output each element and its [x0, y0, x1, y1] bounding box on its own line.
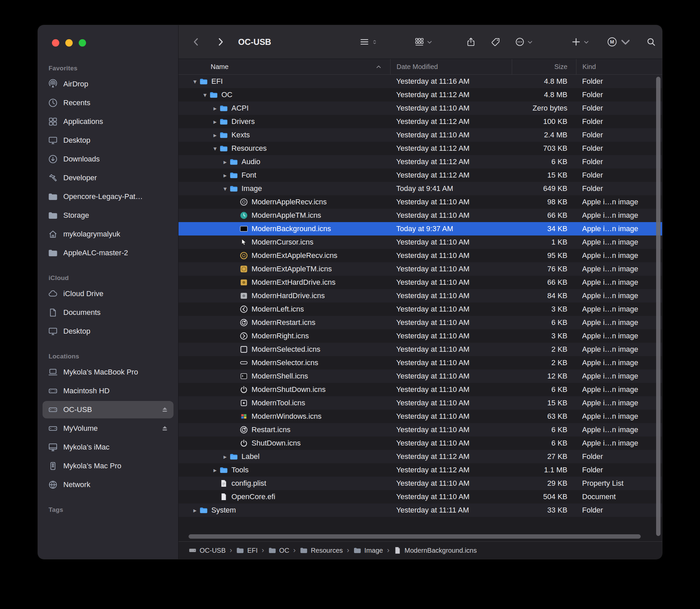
column-header-kind[interactable]: Kind [576, 59, 662, 74]
file-row-oc[interactable]: ▾OCYesterday at 11:12 AM4.8 MBFolder [178, 88, 662, 102]
file-row-opencore-efi[interactable]: OpenCore.efiYesterday at 11:10 AM504 KBD… [178, 490, 662, 504]
vertical-scrollbar[interactable] [656, 77, 661, 536]
file-row-modernbackground-icns[interactable]: ModernBackground.icnsToday at 9:37 AM34 … [178, 222, 662, 236]
search-icon [646, 37, 656, 47]
disclosure-triangle[interactable]: ▸ [191, 507, 199, 514]
file-row-restart-icns[interactable]: Restart.icnsYesterday at 11:10 AM6 KBApp… [178, 423, 662, 436]
eject-button[interactable] [161, 406, 169, 414]
sidebar-item-oc-usb[interactable]: OC-USB [42, 401, 174, 418]
file-row-resources[interactable]: ▾ResourcesYesterday at 11:12 AM703 KBFol… [178, 142, 662, 155]
file-row-modernselected-icns[interactable]: ModernSelected.icnsYesterday at 11:10 AM… [178, 343, 662, 356]
file-row-moderncursor-icns[interactable]: ModernCursor.icnsYesterday at 11:10 AM1 … [178, 236, 662, 249]
file-row-system[interactable]: ▸SystemYesterday at 11:11 AM33 KBFolder [178, 504, 662, 517]
horizontal-scrollbar[interactable] [189, 534, 641, 539]
eject-button[interactable] [161, 424, 169, 433]
kind-cell: Apple i…n image [576, 316, 662, 329]
pathbar-item-efi[interactable]: EFI [236, 546, 258, 554]
sidebar-item-recents[interactable]: Recents [42, 94, 174, 111]
file-row-modernshutdown-icns[interactable]: ModernShutDown.icnsYesterday at 11:10 AM… [178, 383, 662, 396]
file-row-drivers[interactable]: ▸DriversYesterday at 11:12 AM100 KBFolde… [178, 115, 662, 128]
name-cell: ▾EFI [178, 75, 390, 88]
disclosure-triangle[interactable]: ▾ [200, 92, 209, 98]
sidebar-item-developer[interactable]: Developer [42, 169, 174, 187]
sidebar-item-myvolume[interactable]: MyVolume [42, 420, 174, 437]
view-options-button[interactable] [360, 37, 378, 47]
pathbar-item-oc-usb[interactable]: OC-USB [189, 546, 226, 554]
sidebar-item-documents[interactable]: Documents [42, 304, 174, 321]
display-icon [48, 442, 58, 452]
file-name: Kexts [231, 130, 250, 139]
disclosure-triangle[interactable]: ▸ [221, 159, 229, 165]
sidebar-item-icloud-drive[interactable]: iCloud Drive [42, 285, 174, 302]
pathbar-item-resources[interactable]: Resources [300, 546, 343, 554]
file-row-acpi[interactable]: ▸ACPIYesterday at 11:10 AMZero bytesFold… [178, 102, 662, 115]
sidebar-item-airdrop[interactable]: AirDrop [42, 75, 174, 93]
column-header-name[interactable]: Name [178, 59, 390, 74]
sidebar-item-downloads[interactable]: Downloads [42, 151, 174, 168]
sidebar-item-mykolagrymalyuk[interactable]: mykolagrymalyuk [42, 225, 174, 243]
sidebar-item-desktop[interactable]: Desktop [42, 132, 174, 149]
file-row-modernharddrive-icns[interactable]: ModernHardDrive.icnsYesterday at 11:10 A… [178, 289, 662, 302]
file-row-modernextappletm-icns[interactable]: ModernExtAppleTM.icnsYesterday at 11:10 … [178, 262, 662, 276]
column-header-date-modified[interactable]: Date Modified [390, 59, 512, 74]
file-row-modernselector-icns[interactable]: ModernSelector.icnsYesterday at 11:10 AM… [178, 356, 662, 369]
file-row-shutdown-icns[interactable]: ShutDown.icnsYesterday at 11:10 AM6 KBAp… [178, 436, 662, 450]
search-button[interactable] [646, 37, 656, 47]
more-actions-button[interactable] [515, 37, 533, 47]
file-row-modernleft-icns[interactable]: ModernLeft.icnsYesterday at 11:10 AM3 KB… [178, 302, 662, 316]
tag-button[interactable] [491, 37, 501, 47]
file-row-modernwindows-icns[interactable]: ModernWindows.icnsYesterday at 11:10 AM6… [178, 410, 662, 423]
file-row-modernappletm-icns[interactable]: ModernAppleTM.icnsYesterday at 11:10 AM6… [178, 209, 662, 222]
disclosure-triangle[interactable]: ▾ [191, 79, 199, 85]
sidebar-item-desktop[interactable]: Desktop [42, 323, 174, 340]
file-row-efi[interactable]: ▾EFIYesterday at 11:16 AM4.8 MBFolder [178, 75, 662, 88]
file-row-modernshell-icns[interactable]: ModernShell.icnsYesterday at 11:10 AM12 … [178, 369, 662, 383]
kind-cell: Apple i…n image [576, 356, 662, 369]
minimize-button[interactable] [65, 39, 73, 47]
file-row-modernextapplerecv-icns[interactable]: ModernExtAppleRecv.icnsYesterday at 11:1… [178, 249, 662, 262]
disclosure-triangle[interactable]: ▸ [211, 132, 220, 138]
sidebar-item-mykola-s-macbook-pro[interactable]: Mykola’s MacBook Pro [42, 363, 174, 381]
forward-button[interactable] [215, 37, 225, 47]
file-row-config-plist[interactable]: config.plistYesterday at 11:10 AM29 KBPr… [178, 477, 662, 490]
close-button[interactable] [52, 39, 59, 47]
pathbar-item-modernbackground-icns[interactable]: ModernBackground.icns [393, 546, 477, 554]
file-row-audio[interactable]: ▸AudioYesterday at 11:12 AM6 KBFolder [178, 155, 662, 169]
disclosure-triangle[interactable]: ▾ [211, 145, 220, 152]
disclosure-triangle[interactable]: ▸ [211, 105, 220, 111]
account-button[interactable]: M [607, 36, 631, 48]
file-row-modernrestart-icns[interactable]: ModernRestart.icnsYesterday at 11:10 AM6… [178, 316, 662, 329]
group-button[interactable] [414, 37, 432, 47]
file-row-kexts[interactable]: ▸KextsYesterday at 11:10 AM2.4 MBFolder [178, 128, 662, 142]
disk-icon [48, 386, 58, 396]
drive-small-icon [189, 546, 197, 554]
sidebar-item-applications[interactable]: Applications [42, 113, 174, 130]
sidebar-item-network[interactable]: Network [42, 476, 174, 493]
pathbar-item-image[interactable]: Image [353, 546, 383, 554]
sidebar-item-opencore-legacy-pat[interactable]: Opencore-Legacy-Pat… [42, 188, 174, 205]
file-row-label[interactable]: ▸LabelYesterday at 11:12 AM27 KBFolder [178, 450, 662, 463]
zoom-button[interactable] [79, 39, 86, 47]
disclosure-triangle[interactable]: ▸ [211, 467, 220, 473]
back-button[interactable] [191, 37, 201, 47]
file-row-font[interactable]: ▸FontYesterday at 11:12 AM15 KBFolder [178, 169, 662, 182]
file-row-modernapplerecv-icns[interactable]: ModernAppleRecv.icnsYesterday at 11:10 A… [178, 195, 662, 209]
pathbar-item-oc[interactable]: OC [268, 546, 290, 554]
disclosure-triangle[interactable]: ▸ [211, 119, 220, 125]
file-row-modernright-icns[interactable]: ModernRight.icnsYesterday at 11:10 AM3 K… [178, 329, 662, 343]
share-button[interactable] [466, 37, 476, 47]
new-item-button[interactable] [571, 37, 589, 47]
disclosure-triangle[interactable]: ▸ [221, 454, 229, 460]
column-header-size[interactable]: Size [512, 59, 576, 74]
file-row-modernextharddrive-icns[interactable]: ModernExtHardDrive.icnsYesterday at 11:1… [178, 276, 662, 289]
sidebar-item-storage[interactable]: Storage [42, 207, 174, 224]
file-row-image[interactable]: ▾ImageToday at 9:41 AM649 KBFolder [178, 182, 662, 195]
sidebar-item-macintosh-hd[interactable]: Macintosh HD [42, 382, 174, 400]
file-row-tools[interactable]: ▸ToolsYesterday at 11:12 AM1.1 MBFolder [178, 463, 662, 477]
sidebar-item-mykola-s-imac[interactable]: Mykola’s iMac [42, 438, 174, 456]
disclosure-triangle[interactable]: ▸ [221, 172, 229, 178]
file-row-moderntool-icns[interactable]: ModernTool.icnsYesterday at 11:10 AM15 K… [178, 396, 662, 410]
sidebar-item-mykola-s-mac-pro[interactable]: Mykola’s Mac Pro [42, 457, 174, 475]
disclosure-triangle[interactable]: ▾ [221, 186, 229, 192]
sidebar-item-applealc-master-2[interactable]: AppleALC-master-2 [42, 244, 174, 262]
